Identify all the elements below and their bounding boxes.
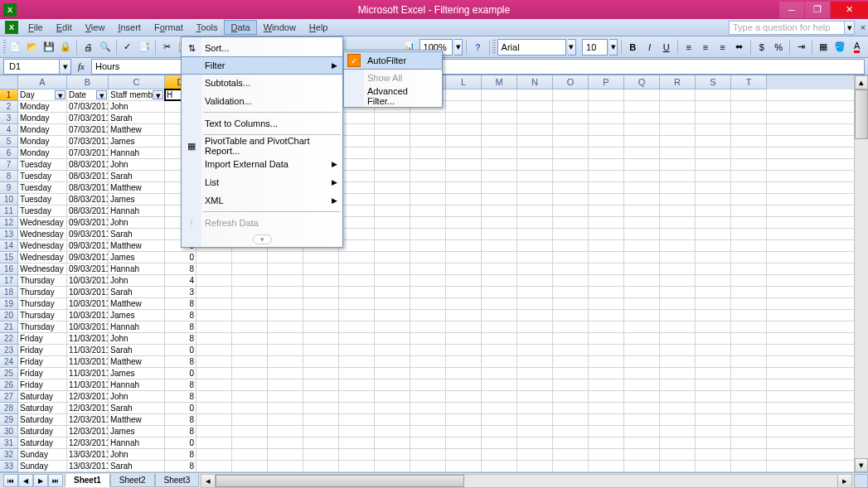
cell[interactable] (482, 171, 517, 181)
cell[interactable] (731, 124, 767, 135)
cell[interactable] (410, 194, 446, 205)
cell[interactable] (303, 345, 339, 355)
cell[interactable]: Hannah (109, 321, 165, 332)
cell[interactable] (446, 194, 482, 205)
cell[interactable] (482, 403, 517, 413)
cell[interactable]: Monday (18, 124, 67, 135)
cell[interactable]: 09/03/2011 (67, 217, 109, 228)
cell[interactable] (232, 379, 268, 390)
cell[interactable] (446, 356, 482, 367)
cell[interactable] (660, 426, 696, 437)
cell[interactable] (517, 89, 553, 100)
cell[interactable] (482, 194, 517, 205)
cell[interactable] (660, 101, 696, 112)
cell[interactable] (553, 379, 589, 390)
cell[interactable] (553, 240, 589, 251)
cell[interactable] (731, 310, 767, 321)
cell[interactable] (339, 449, 375, 460)
cell[interactable] (410, 391, 446, 402)
toolbar-grip[interactable] (3, 40, 6, 55)
cell[interactable] (482, 217, 517, 228)
cell[interactable] (410, 345, 446, 355)
cell[interactable] (196, 287, 232, 297)
cell[interactable]: 13/03/2011 (67, 449, 109, 460)
align-left-icon[interactable]: ≡ (681, 38, 696, 56)
cell[interactable] (624, 136, 660, 147)
cell[interactable] (731, 449, 767, 460)
cell[interactable] (553, 321, 589, 332)
cell[interactable] (696, 171, 731, 181)
menu-item-filter[interactable]: Filter▶ (181, 56, 343, 75)
cell[interactable] (696, 333, 731, 344)
cell[interactable]: 13/03/2011 (67, 461, 109, 471)
cell[interactable] (446, 391, 482, 402)
menu-item-validation[interactable]: Validation... (182, 92, 342, 110)
cell[interactable] (268, 252, 303, 263)
cell[interactable]: 12/03/2011 (67, 414, 109, 425)
cell[interactable] (446, 414, 482, 425)
cell[interactable] (339, 333, 375, 344)
cell[interactable] (446, 229, 482, 239)
cell[interactable] (589, 449, 624, 460)
cell[interactable]: James (109, 426, 165, 437)
cell[interactable]: Hannah (109, 437, 165, 448)
cell[interactable] (589, 171, 624, 181)
cell[interactable] (375, 414, 410, 425)
filter-button[interactable]: ▾ (96, 90, 107, 99)
cell[interactable] (731, 89, 767, 100)
cell[interactable]: James (109, 368, 165, 379)
cell[interactable] (232, 321, 268, 332)
row-header-14[interactable]: 14 (0, 240, 18, 252)
cell[interactable] (446, 461, 482, 471)
cell[interactable] (482, 89, 517, 100)
cell[interactable] (517, 461, 553, 471)
cell[interactable] (268, 403, 303, 413)
row-header-18[interactable]: 18 (0, 287, 18, 298)
underline-icon[interactable]: U (659, 38, 674, 56)
cell[interactable]: 0 (165, 368, 196, 379)
cell[interactable] (517, 333, 553, 344)
cell[interactable] (375, 159, 410, 170)
cell[interactable]: Hannah (109, 263, 165, 274)
cell[interactable] (624, 298, 660, 309)
cell[interactable] (375, 310, 410, 321)
cell[interactable] (731, 182, 767, 193)
cell[interactable]: 07/03/2011 (67, 113, 109, 123)
cell[interactable]: James (109, 194, 165, 205)
cell[interactable] (268, 356, 303, 367)
menu-expand-chevron[interactable]: ▾ (182, 232, 342, 245)
cell[interactable] (660, 182, 696, 193)
row-header-33[interactable]: 33 (0, 461, 18, 472)
cell[interactable] (517, 321, 553, 332)
cell[interactable] (731, 414, 767, 425)
cell[interactable] (303, 356, 339, 367)
cell[interactable] (696, 217, 731, 228)
cell[interactable] (696, 229, 731, 239)
cell[interactable] (553, 89, 589, 100)
cell[interactable] (517, 368, 553, 379)
cell[interactable] (410, 171, 446, 181)
cell[interactable] (196, 426, 232, 437)
scroll-up-icon[interactable]: ▴ (855, 75, 868, 89)
cell[interactable] (339, 426, 375, 437)
cell[interactable] (731, 205, 767, 216)
cell[interactable] (553, 449, 589, 460)
cell[interactable] (339, 403, 375, 413)
cell[interactable] (410, 182, 446, 193)
cell[interactable]: Monday (18, 147, 67, 158)
cell[interactable] (624, 113, 660, 123)
row-header-25[interactable]: 25 (0, 368, 18, 379)
cell[interactable] (589, 275, 624, 286)
cell[interactable]: 8 (165, 298, 196, 309)
cell[interactable] (624, 194, 660, 205)
cell[interactable] (303, 333, 339, 344)
cell[interactable] (446, 159, 482, 170)
cell[interactable]: 8 (165, 379, 196, 390)
cell[interactable] (696, 321, 731, 332)
tab-next-icon[interactable]: ▶ (33, 474, 48, 487)
cell[interactable] (482, 124, 517, 135)
cell[interactable] (303, 275, 339, 286)
cell[interactable]: 8 (165, 414, 196, 425)
cell[interactable]: 8 (165, 310, 196, 321)
cell[interactable] (410, 136, 446, 147)
